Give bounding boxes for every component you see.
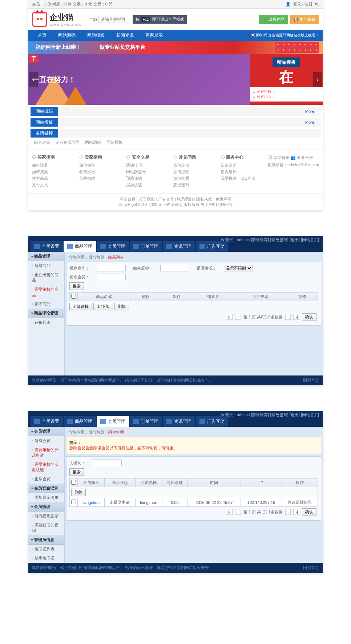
tab-ads[interactable]: 广告互动 [196, 416, 228, 427]
bottom-links[interactable]: 网站首页 | 关于我们 | 广告合作 | 联系我们 | 隐私条款 | 免责声明 [31, 196, 320, 202]
tab-global[interactable]: 全局设置 [31, 416, 63, 427]
side-item[interactable]: 需要审核的商品 [28, 285, 64, 299]
friend-link[interactable]: 网站模板 [106, 140, 122, 144]
more-link[interactable]: More... [305, 109, 320, 114]
side-item[interactable]: 所有商品 [28, 261, 64, 270]
toggle-shelf-button[interactable]: 上/下架 [93, 303, 113, 310]
side-item[interactable]: 添加资金清单 [28, 493, 64, 502]
tab-orders[interactable]: 订单管理 [130, 416, 162, 427]
source-select[interactable]: 显示不限制 [224, 265, 253, 271]
search-category[interactable]: 全部 [89, 17, 97, 22]
footer-link[interactable]: 投诉建议 [221, 169, 237, 175]
footer-link[interactable]: 收费标准 [79, 169, 95, 175]
side-group-header[interactable]: 会员管理 [28, 427, 64, 436]
account-link[interactable]: liangchun [82, 500, 100, 505]
back-home-link[interactable]: 回到首页 [303, 565, 319, 571]
friend-link[interactable]: 企业猫源码网 [56, 140, 80, 144]
tab-news[interactable]: 资讯管理 [163, 416, 195, 427]
tab-orders[interactable]: 订单管理 [130, 241, 162, 252]
logo[interactable]: 企业猫 WWW.QYMAO.CN [32, 12, 82, 27]
select-all-checkbox[interactable] [71, 480, 76, 485]
side-item[interactable]: 发布商品 [28, 299, 64, 309]
tab-news[interactable]: 资讯管理 [163, 241, 195, 252]
side-item[interactable]: 需要审核的实名认证 [28, 460, 64, 474]
footer-link[interactable]: 如何注册 [32, 163, 48, 168]
fuzzy-input[interactable] [97, 265, 126, 271]
side-group-header[interactable]: 商品管理 [28, 252, 64, 261]
footer-link[interactable]: 知识咨询 [221, 163, 237, 168]
tab-members[interactable]: 会员管理 [97, 416, 129, 427]
delete-button[interactable]: 删除 [114, 303, 129, 310]
nav-news[interactable]: 新闻资讯 [110, 30, 140, 41]
admin-welcome[interactable]: 欢迎您，admins [清除缓存] [修改密码] [退出] [网站首页] [221, 237, 319, 243]
nav-template[interactable]: 网站模板 [81, 30, 110, 41]
hero-slide-right[interactable]: 精品模板 在 ☆ 还在科技… ☆ 还在用心… [250, 54, 323, 105]
pager-prev-icon[interactable]: ‹ [235, 314, 241, 320]
row-checkbox[interactable] [71, 500, 76, 504]
edit-shop-link[interactable]: 修改店铺信息 [288, 500, 312, 504]
nav-merchant[interactable]: 商家展示 [140, 30, 169, 41]
pager-prev-icon[interactable]: ‹ [235, 509, 241, 515]
side-group-header[interactable]: 会员资金记录 [28, 484, 64, 493]
tab-global[interactable]: 全局设置 [31, 241, 63, 252]
footer-link[interactable]: 我要投诉 [221, 176, 237, 181]
promo-banner[interactable]: 福娃网全新上线啦！ 做专业站长交易平台 [28, 41, 323, 54]
footer-link[interactable]: 如何充值 [173, 163, 189, 168]
footer-link[interactable]: 网站防盗号 [126, 169, 146, 175]
side-item[interactable]: 正在出售的商品 [28, 270, 64, 285]
footer-link[interactable]: 买卖认证 [126, 182, 142, 188]
select-all-button[interactable]: 全部选择 [69, 303, 92, 310]
nav-source[interactable]: 网站源码 [52, 30, 81, 41]
side-item[interactable]: 所有提现记录 [28, 512, 64, 521]
pager-ok-button[interactable]: 确认 [302, 313, 316, 321]
pager-next-icon[interactable]: › [285, 314, 291, 320]
pager-first-icon[interactable]: |‹ [226, 314, 233, 320]
footer-link[interactable]: 预防诈骗 [126, 176, 142, 181]
friend-link[interactable]: 站长之家 [34, 140, 50, 144]
keyword-input[interactable] [93, 460, 122, 466]
side-item[interactable]: 管理员列表 [28, 545, 64, 554]
side-group-header[interactable]: 管理员信息 [28, 535, 64, 545]
side-group-header[interactable]: 商品评论管理 [28, 309, 64, 318]
promote-button[interactable]: 📢 推广赚钱 [290, 15, 319, 24]
search-button[interactable]: 搜索 [69, 468, 84, 476]
footer-link[interactable]: 如何销售 [79, 163, 95, 168]
select-all-checkbox[interactable] [71, 294, 76, 299]
tab-members[interactable]: 会员管理 [97, 241, 129, 252]
pager-next-icon[interactable]: › [285, 509, 291, 515]
footer-link[interactable]: 忘记密码 [173, 182, 189, 188]
footer-link[interactable]: 如何搜索 [32, 169, 48, 175]
sell-button[interactable]: 🔺 出售作品 [259, 15, 288, 24]
back-home-link[interactable]: 回到首页 [303, 378, 319, 383]
pager-last-icon[interactable]: ›| [293, 509, 300, 515]
search-input[interactable] [98, 16, 131, 23]
carousel-next-icon[interactable]: › [313, 72, 322, 87]
announcement[interactable]: 📢 [00/18] 企业猫源码网建站改版上线啦！ [251, 33, 319, 38]
side-group-header[interactable]: 会员提现 [28, 502, 64, 512]
side-item[interactable]: 正常会员 [28, 474, 64, 484]
side-item[interactable]: 评价列表 [28, 318, 64, 327]
side-item[interactable]: 需要处理的提现 [28, 521, 64, 535]
nav-home[interactable]: 首页 [32, 30, 52, 41]
footer-link[interactable]: 搜索商品 [32, 176, 48, 181]
more-link[interactable]: More... [305, 120, 320, 124]
login-link[interactable]: 登录 / 注册 [293, 2, 312, 6]
hero-slide-left[interactable]: 了 一直在努力！ [28, 54, 250, 105]
side-item[interactable]: 所有会员 [28, 436, 64, 445]
pager-ok-button[interactable]: 确认 [302, 508, 316, 516]
side-item[interactable]: 新增管理员 [28, 554, 64, 563]
delete-button[interactable]: 删除 [71, 489, 86, 496]
tab-ads[interactable]: 广告互动 [196, 241, 228, 252]
pager-last-icon[interactable]: ›| [293, 314, 300, 320]
footer-link[interactable]: 支付方式 [32, 182, 48, 188]
footer-link[interactable]: 如何交易 [173, 176, 189, 181]
footer-link[interactable]: 如何提现 [173, 169, 189, 175]
footer-link[interactable]: QQ客服 [241, 176, 255, 181]
cart-icon[interactable]: 🛍 [315, 2, 319, 6]
admin-welcome[interactable]: 欢迎您，admins [清除缓存] [修改密码] [退出] [网站首页] [221, 412, 319, 418]
side-item[interactable]: 需要审核的开店申请 [28, 445, 64, 460]
tab-products[interactable]: 商品管理 [64, 241, 96, 252]
publisher-input[interactable] [97, 274, 126, 280]
search-button[interactable]: 搜索 [69, 282, 84, 290]
seller-input[interactable] [160, 265, 189, 271]
